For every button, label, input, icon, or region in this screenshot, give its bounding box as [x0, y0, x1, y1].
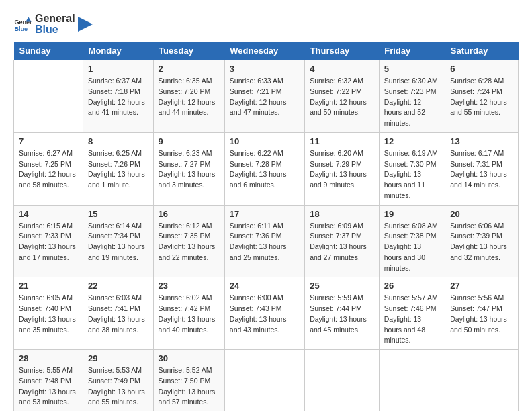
day-detail: Sunrise: 6:09 AMSunset: 7:37 PMDaylight:…: [310, 221, 374, 263]
calendar-week-5: 28 Sunrise: 5:55 AMSunset: 7:48 PMDaylig…: [14, 350, 519, 412]
day-detail: Sunrise: 6:37 AMSunset: 7:18 PMDaylight:…: [88, 76, 148, 118]
svg-marker-3: [78, 17, 93, 32]
calendar-cell: 4 Sunrise: 6:32 AMSunset: 7:22 PMDayligh…: [305, 60, 380, 133]
day-number: 15: [88, 209, 148, 219]
day-detail: Sunrise: 6:17 AMSunset: 7:31 PMDaylight:…: [450, 148, 513, 191]
svg-text:Blue: Blue: [14, 26, 28, 32]
day-number: 5: [384, 64, 440, 74]
calendar-table: SundayMondayTuesdayWednesdayThursdayFrid…: [13, 42, 519, 411]
calendar-week-2: 7 Sunrise: 6:27 AMSunset: 7:25 PMDayligh…: [14, 132, 519, 205]
calendar-cell: 20 Sunrise: 6:06 AMSunset: 7:39 PMDaylig…: [445, 205, 519, 277]
logo-icon: General Blue: [13, 15, 32, 34]
day-number: 6: [450, 64, 513, 74]
day-detail: Sunrise: 5:55 AMSunset: 7:48 PMDaylight:…: [19, 365, 78, 408]
day-number: 23: [159, 281, 220, 291]
day-number: 26: [384, 281, 440, 291]
day-number: 3: [230, 64, 300, 74]
calendar-cell: 19 Sunrise: 6:08 AMSunset: 7:38 PMDaylig…: [379, 205, 445, 277]
calendar-cell: [445, 350, 519, 412]
day-number: 29: [88, 353, 148, 363]
day-detail: Sunrise: 6:35 AMSunset: 7:20 PMDaylight:…: [159, 76, 220, 118]
logo-arrow-icon: [78, 17, 93, 32]
day-detail: Sunrise: 5:53 AMSunset: 7:49 PMDaylight:…: [88, 365, 148, 408]
calendar-cell: 28 Sunrise: 5:55 AMSunset: 7:48 PMDaylig…: [14, 350, 83, 412]
day-number: 17: [230, 209, 300, 219]
column-header-wednesday: Wednesday: [224, 42, 304, 60]
day-detail: Sunrise: 6:00 AMSunset: 7:43 PMDaylight:…: [230, 293, 300, 335]
day-detail: Sunrise: 6:08 AMSunset: 7:38 PMDaylight:…: [384, 221, 440, 274]
day-detail: Sunrise: 6:30 AMSunset: 7:23 PMDaylight:…: [384, 76, 440, 129]
column-header-saturday: Saturday: [445, 42, 519, 60]
day-number: 16: [159, 209, 220, 219]
day-detail: Sunrise: 6:12 AMSunset: 7:35 PMDaylight:…: [159, 221, 220, 263]
column-header-sunday: Sunday: [14, 42, 83, 60]
day-detail: Sunrise: 6:19 AMSunset: 7:30 PMDaylight:…: [384, 148, 440, 201]
calendar-cell: 3 Sunrise: 6:33 AMSunset: 7:21 PMDayligh…: [224, 60, 304, 133]
calendar-cell: [14, 60, 83, 133]
calendar-cell: 13 Sunrise: 6:17 AMSunset: 7:31 PMDaylig…: [445, 132, 519, 205]
day-detail: Sunrise: 6:23 AMSunset: 7:27 PMDaylight:…: [159, 148, 220, 191]
calendar-cell: 5 Sunrise: 6:30 AMSunset: 7:23 PMDayligh…: [379, 60, 445, 133]
calendar-cell: [379, 350, 445, 412]
calendar-cell: 22 Sunrise: 6:03 AMSunset: 7:41 PMDaylig…: [83, 277, 154, 350]
column-header-monday: Monday: [83, 42, 154, 60]
day-number: 11: [310, 136, 374, 146]
calendar-cell: 25 Sunrise: 5:59 AMSunset: 7:44 PMDaylig…: [305, 277, 380, 350]
calendar-cell: 17 Sunrise: 6:11 AMSunset: 7:36 PMDaylig…: [224, 205, 304, 277]
day-number: 2: [159, 64, 220, 74]
column-header-thursday: Thursday: [305, 42, 380, 60]
calendar-cell: 18 Sunrise: 6:09 AMSunset: 7:37 PMDaylig…: [305, 205, 380, 277]
day-number: 12: [384, 136, 440, 146]
day-detail: Sunrise: 6:28 AMSunset: 7:24 PMDaylight:…: [450, 76, 513, 118]
day-number: 13: [450, 136, 513, 146]
day-detail: Sunrise: 6:11 AMSunset: 7:36 PMDaylight:…: [230, 221, 300, 263]
calendar-cell: 21 Sunrise: 6:05 AMSunset: 7:40 PMDaylig…: [14, 277, 83, 350]
calendar-cell: 2 Sunrise: 6:35 AMSunset: 7:20 PMDayligh…: [153, 60, 224, 133]
logo: General Blue General Blue: [13, 13, 93, 35]
calendar-cell: 9 Sunrise: 6:23 AMSunset: 7:27 PMDayligh…: [153, 132, 224, 205]
day-detail: Sunrise: 5:52 AMSunset: 7:50 PMDaylight:…: [159, 365, 220, 408]
day-number: 20: [450, 209, 513, 219]
day-number: 4: [310, 64, 374, 74]
day-detail: Sunrise: 5:59 AMSunset: 7:44 PMDaylight:…: [310, 293, 374, 335]
calendar-cell: 10 Sunrise: 6:22 AMSunset: 7:28 PMDaylig…: [224, 132, 304, 205]
day-detail: Sunrise: 6:03 AMSunset: 7:41 PMDaylight:…: [88, 293, 148, 335]
day-number: 21: [19, 281, 78, 291]
calendar-cell: 29 Sunrise: 5:53 AMSunset: 7:49 PMDaylig…: [83, 350, 154, 412]
day-number: 22: [88, 281, 148, 291]
calendar-cell: 26 Sunrise: 5:57 AMSunset: 7:46 PMDaylig…: [379, 277, 445, 350]
calendar-cell: 27 Sunrise: 5:56 AMSunset: 7:47 PMDaylig…: [445, 277, 519, 350]
day-detail: Sunrise: 6:06 AMSunset: 7:39 PMDaylight:…: [450, 221, 513, 263]
calendar-cell: 12 Sunrise: 6:19 AMSunset: 7:30 PMDaylig…: [379, 132, 445, 205]
day-detail: Sunrise: 6:14 AMSunset: 7:34 PMDaylight:…: [88, 221, 148, 263]
page-header: General Blue General Blue: [13, 13, 519, 35]
day-number: 8: [88, 136, 148, 146]
day-detail: Sunrise: 6:05 AMSunset: 7:40 PMDaylight:…: [19, 293, 78, 335]
day-detail: Sunrise: 6:33 AMSunset: 7:21 PMDaylight:…: [230, 76, 300, 118]
day-detail: Sunrise: 5:57 AMSunset: 7:46 PMDaylight:…: [384, 293, 440, 346]
day-number: 9: [159, 136, 220, 146]
day-detail: Sunrise: 6:27 AMSunset: 7:25 PMDaylight:…: [19, 148, 78, 191]
day-detail: Sunrise: 5:56 AMSunset: 7:47 PMDaylight:…: [450, 293, 513, 335]
logo-general-text: General: [35, 13, 75, 24]
day-number: 10: [230, 136, 300, 146]
calendar-cell: 7 Sunrise: 6:27 AMSunset: 7:25 PMDayligh…: [14, 132, 83, 205]
day-number: 24: [230, 281, 300, 291]
calendar-cell: 16 Sunrise: 6:12 AMSunset: 7:35 PMDaylig…: [153, 205, 224, 277]
calendar-cell: 30 Sunrise: 5:52 AMSunset: 7:50 PMDaylig…: [153, 350, 224, 412]
day-number: 25: [310, 281, 374, 291]
day-number: 30: [159, 353, 220, 363]
calendar-cell: [305, 350, 380, 412]
calendar-cell: 24 Sunrise: 6:00 AMSunset: 7:43 PMDaylig…: [224, 277, 304, 350]
calendar-cell: [224, 350, 304, 412]
calendar-week-1: 1 Sunrise: 6:37 AMSunset: 7:18 PMDayligh…: [14, 60, 519, 133]
day-detail: Sunrise: 6:20 AMSunset: 7:29 PMDaylight:…: [310, 148, 374, 191]
day-number: 1: [88, 64, 148, 74]
day-number: 19: [384, 209, 440, 219]
calendar-cell: 14 Sunrise: 6:15 AMSunset: 7:33 PMDaylig…: [14, 205, 83, 277]
calendar-cell: 15 Sunrise: 6:14 AMSunset: 7:34 PMDaylig…: [83, 205, 154, 277]
day-number: 27: [450, 281, 513, 291]
day-number: 28: [19, 353, 78, 363]
day-detail: Sunrise: 6:22 AMSunset: 7:28 PMDaylight:…: [230, 148, 300, 191]
logo-blue-text: Blue: [35, 24, 75, 35]
